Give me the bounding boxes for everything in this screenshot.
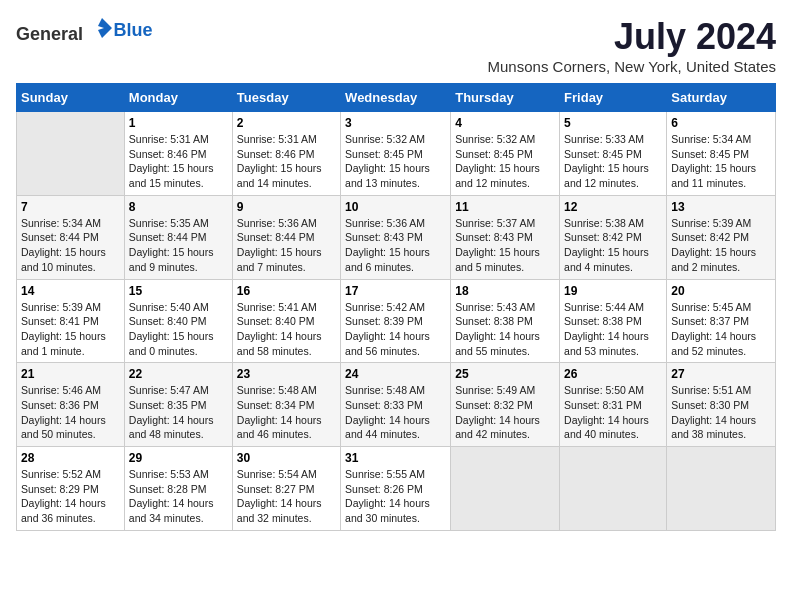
calendar-cell: 15Sunrise: 5:40 AM Sunset: 8:40 PM Dayli… [124,279,232,363]
day-info: Sunrise: 5:54 AM Sunset: 8:27 PM Dayligh… [237,467,336,526]
day-number: 2 [237,116,336,130]
day-info: Sunrise: 5:42 AM Sunset: 8:39 PM Dayligh… [345,300,446,359]
day-number: 30 [237,451,336,465]
calendar-cell: 1Sunrise: 5:31 AM Sunset: 8:46 PM Daylig… [124,112,232,196]
main-title: July 2024 [488,16,776,58]
calendar-cell [451,447,560,531]
calendar-cell: 7Sunrise: 5:34 AM Sunset: 8:44 PM Daylig… [17,195,125,279]
day-info: Sunrise: 5:31 AM Sunset: 8:46 PM Dayligh… [129,132,228,191]
day-number: 27 [671,367,771,381]
day-header-wednesday: Wednesday [341,84,451,112]
calendar-cell: 30Sunrise: 5:54 AM Sunset: 8:27 PM Dayli… [232,447,340,531]
calendar-cell: 2Sunrise: 5:31 AM Sunset: 8:46 PM Daylig… [232,112,340,196]
day-info: Sunrise: 5:40 AM Sunset: 8:40 PM Dayligh… [129,300,228,359]
day-number: 31 [345,451,446,465]
day-info: Sunrise: 5:51 AM Sunset: 8:30 PM Dayligh… [671,383,771,442]
calendar-cell: 18Sunrise: 5:43 AM Sunset: 8:38 PM Dayli… [451,279,560,363]
day-number: 15 [129,284,228,298]
day-number: 17 [345,284,446,298]
day-info: Sunrise: 5:41 AM Sunset: 8:40 PM Dayligh… [237,300,336,359]
logo: General Blue [16,16,153,45]
day-info: Sunrise: 5:33 AM Sunset: 8:45 PM Dayligh… [564,132,662,191]
day-info: Sunrise: 5:46 AM Sunset: 8:36 PM Dayligh… [21,383,120,442]
day-header-monday: Monday [124,84,232,112]
title-area: July 2024 Munsons Corners, New York, Uni… [488,16,776,75]
calendar-cell [667,447,776,531]
day-number: 6 [671,116,771,130]
calendar-cell [17,112,125,196]
day-info: Sunrise: 5:31 AM Sunset: 8:46 PM Dayligh… [237,132,336,191]
calendar-cell: 17Sunrise: 5:42 AM Sunset: 8:39 PM Dayli… [341,279,451,363]
calendar-cell: 26Sunrise: 5:50 AM Sunset: 8:31 PM Dayli… [560,363,667,447]
day-number: 25 [455,367,555,381]
day-number: 16 [237,284,336,298]
day-number: 1 [129,116,228,130]
day-info: Sunrise: 5:32 AM Sunset: 8:45 PM Dayligh… [345,132,446,191]
calendar-cell: 11Sunrise: 5:37 AM Sunset: 8:43 PM Dayli… [451,195,560,279]
day-number: 23 [237,367,336,381]
day-number: 21 [21,367,120,381]
calendar-cell: 31Sunrise: 5:55 AM Sunset: 8:26 PM Dayli… [341,447,451,531]
day-info: Sunrise: 5:43 AM Sunset: 8:38 PM Dayligh… [455,300,555,359]
day-number: 28 [21,451,120,465]
subtitle: Munsons Corners, New York, United States [488,58,776,75]
logo-blue: Blue [114,20,153,40]
day-number: 12 [564,200,662,214]
day-info: Sunrise: 5:45 AM Sunset: 8:37 PM Dayligh… [671,300,771,359]
day-info: Sunrise: 5:36 AM Sunset: 8:43 PM Dayligh… [345,216,446,275]
day-info: Sunrise: 5:55 AM Sunset: 8:26 PM Dayligh… [345,467,446,526]
logo-icon [90,16,114,40]
day-header-tuesday: Tuesday [232,84,340,112]
page-header: General Blue July 2024 Munsons Corners, … [16,16,776,75]
day-number: 10 [345,200,446,214]
calendar-cell: 21Sunrise: 5:46 AM Sunset: 8:36 PM Dayli… [17,363,125,447]
calendar-cell: 3Sunrise: 5:32 AM Sunset: 8:45 PM Daylig… [341,112,451,196]
calendar-cell: 9Sunrise: 5:36 AM Sunset: 8:44 PM Daylig… [232,195,340,279]
day-info: Sunrise: 5:48 AM Sunset: 8:33 PM Dayligh… [345,383,446,442]
day-header-saturday: Saturday [667,84,776,112]
calendar-cell: 22Sunrise: 5:47 AM Sunset: 8:35 PM Dayli… [124,363,232,447]
calendar-cell: 5Sunrise: 5:33 AM Sunset: 8:45 PM Daylig… [560,112,667,196]
day-info: Sunrise: 5:50 AM Sunset: 8:31 PM Dayligh… [564,383,662,442]
calendar-table: SundayMondayTuesdayWednesdayThursdayFrid… [16,83,776,531]
calendar-cell: 19Sunrise: 5:44 AM Sunset: 8:38 PM Dayli… [560,279,667,363]
day-number: 3 [345,116,446,130]
day-info: Sunrise: 5:34 AM Sunset: 8:44 PM Dayligh… [21,216,120,275]
day-info: Sunrise: 5:35 AM Sunset: 8:44 PM Dayligh… [129,216,228,275]
calendar-cell: 23Sunrise: 5:48 AM Sunset: 8:34 PM Dayli… [232,363,340,447]
day-info: Sunrise: 5:52 AM Sunset: 8:29 PM Dayligh… [21,467,120,526]
day-number: 20 [671,284,771,298]
logo-general: General [16,24,83,44]
day-info: Sunrise: 5:47 AM Sunset: 8:35 PM Dayligh… [129,383,228,442]
day-number: 18 [455,284,555,298]
calendar-cell: 10Sunrise: 5:36 AM Sunset: 8:43 PM Dayli… [341,195,451,279]
day-number: 4 [455,116,555,130]
day-info: Sunrise: 5:32 AM Sunset: 8:45 PM Dayligh… [455,132,555,191]
calendar-cell: 4Sunrise: 5:32 AM Sunset: 8:45 PM Daylig… [451,112,560,196]
day-number: 26 [564,367,662,381]
calendar-cell: 12Sunrise: 5:38 AM Sunset: 8:42 PM Dayli… [560,195,667,279]
calendar-cell [560,447,667,531]
day-number: 24 [345,367,446,381]
day-info: Sunrise: 5:49 AM Sunset: 8:32 PM Dayligh… [455,383,555,442]
day-header-friday: Friday [560,84,667,112]
day-info: Sunrise: 5:39 AM Sunset: 8:41 PM Dayligh… [21,300,120,359]
day-number: 14 [21,284,120,298]
day-info: Sunrise: 5:39 AM Sunset: 8:42 PM Dayligh… [671,216,771,275]
day-info: Sunrise: 5:48 AM Sunset: 8:34 PM Dayligh… [237,383,336,442]
calendar-cell: 29Sunrise: 5:53 AM Sunset: 8:28 PM Dayli… [124,447,232,531]
day-number: 19 [564,284,662,298]
day-number: 13 [671,200,771,214]
calendar-cell: 8Sunrise: 5:35 AM Sunset: 8:44 PM Daylig… [124,195,232,279]
day-info: Sunrise: 5:37 AM Sunset: 8:43 PM Dayligh… [455,216,555,275]
calendar-cell: 24Sunrise: 5:48 AM Sunset: 8:33 PM Dayli… [341,363,451,447]
day-number: 7 [21,200,120,214]
calendar-cell: 28Sunrise: 5:52 AM Sunset: 8:29 PM Dayli… [17,447,125,531]
day-number: 11 [455,200,555,214]
day-header-thursday: Thursday [451,84,560,112]
calendar-cell: 20Sunrise: 5:45 AM Sunset: 8:37 PM Dayli… [667,279,776,363]
day-info: Sunrise: 5:38 AM Sunset: 8:42 PM Dayligh… [564,216,662,275]
calendar-cell: 25Sunrise: 5:49 AM Sunset: 8:32 PM Dayli… [451,363,560,447]
calendar-cell: 14Sunrise: 5:39 AM Sunset: 8:41 PM Dayli… [17,279,125,363]
day-info: Sunrise: 5:44 AM Sunset: 8:38 PM Dayligh… [564,300,662,359]
